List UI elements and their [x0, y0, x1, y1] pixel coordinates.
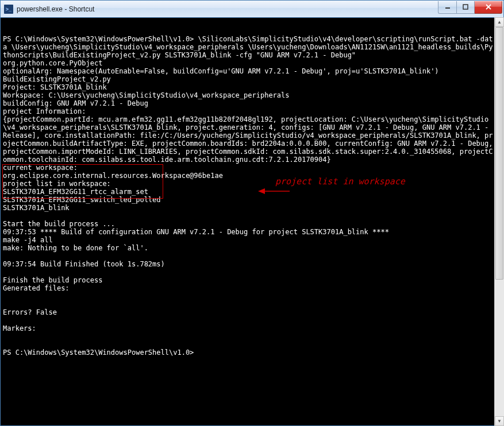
svg-rect-1 — [463, 5, 468, 9]
minimize-button[interactable] — [438, 1, 456, 14]
close-button[interactable] — [475, 1, 502, 14]
terminal-output: PS C:\Windows\System32\WindowsPowerShell… — [3, 35, 501, 425]
powershell-window: >_ powershell.exe - Shortcut PS C:\Windo… — [0, 0, 504, 426]
vertical-scrollbar[interactable]: ▲ ▼ — [494, 17, 504, 426]
titlebar[interactable]: >_ powershell.exe - Shortcut — [1, 1, 503, 18]
scroll-thumb[interactable] — [495, 27, 503, 280]
window-title: powershell.exe - Shortcut — [17, 5, 438, 13]
maximize-icon — [463, 4, 468, 10]
scroll-track[interactable] — [495, 27, 504, 416]
maximize-button[interactable] — [456, 1, 475, 14]
svg-rect-0 — [445, 7, 450, 9]
window-controls — [438, 1, 502, 14]
scroll-down-button[interactable]: ▼ — [495, 416, 504, 426]
close-icon — [485, 4, 492, 10]
minimize-icon — [445, 4, 451, 10]
terminal-area[interactable]: PS C:\Windows\System32\WindowsPowerShell… — [1, 18, 503, 425]
powershell-icon: >_ — [4, 5, 13, 14]
scroll-up-button[interactable]: ▲ — [495, 17, 504, 27]
